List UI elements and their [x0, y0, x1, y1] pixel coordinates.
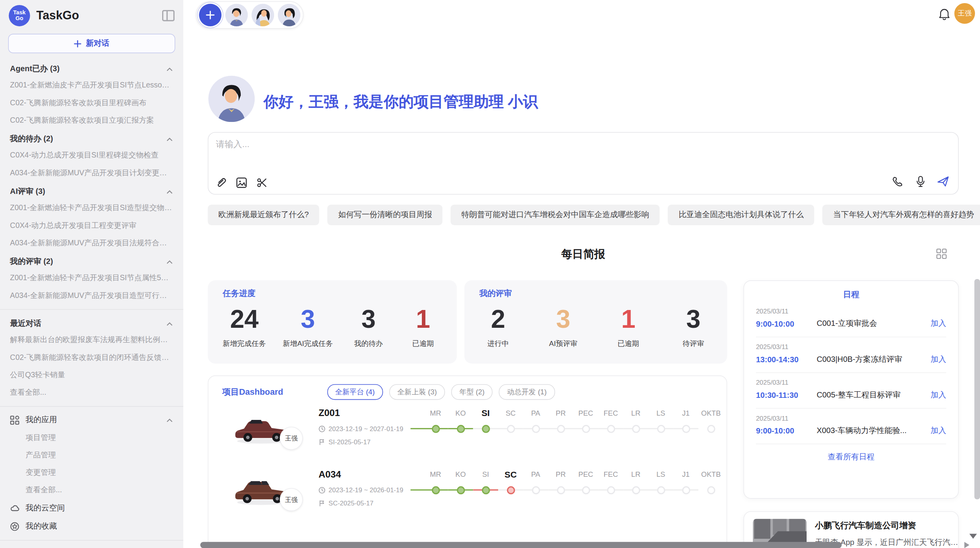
dashboard-tab[interactable]: 全新平台 (4) — [327, 384, 383, 400]
schedule-date: 2025/03/11 — [756, 343, 946, 350]
sidebar-item-cloud-space[interactable]: 我的云空间 — [0, 499, 183, 517]
sidebar-section-header[interactable]: Agent已办 (3) — [0, 60, 183, 77]
recent-conversation-item[interactable]: 公司Q3轻卡销量 — [0, 366, 183, 384]
sidebar-item[interactable]: Z001-全新燃油轻卡产品开发项目SI节点属性5D文件评审 — [0, 270, 183, 287]
stat-label: 进行中 — [480, 339, 517, 348]
project-flag-date: SC-2025-05-17 — [319, 499, 373, 507]
recent-section-header[interactable]: 最近对话 — [0, 314, 183, 332]
dashboard-tab[interactable]: 动总开发 (1) — [499, 384, 555, 400]
suggestion-chip[interactable]: 当下年轻人对汽车外观有怎样的喜好趋势 — [822, 205, 980, 225]
suggestion-chip[interactable]: 欧洲新规最近颁布了什么? — [208, 205, 320, 225]
sidebar-item-ai-super-staff[interactable]: AI超级员工 — [0, 545, 183, 548]
sidebar-section-header[interactable]: 我的评审 (2) — [0, 252, 183, 270]
vertical-scrollbar-thumb[interactable] — [974, 279, 980, 499]
sidebar-item-my-apps[interactable]: 我的应用 — [0, 411, 183, 429]
milestone-dot — [582, 486, 590, 494]
chevron-up-icon[interactable] — [166, 65, 173, 73]
stat-item: 1已逾期 — [404, 303, 442, 349]
schedule-join-link[interactable]: 加入 — [930, 319, 946, 329]
project-row: 王强Z0012023-12-19 ~ 2027-01-19SI-2025-05-… — [208, 400, 726, 461]
agent-avatar-2[interactable] — [252, 4, 274, 26]
milestone-dot — [532, 486, 540, 494]
collapse-panel-icon[interactable] — [162, 10, 175, 21]
briefing-layout-icon[interactable] — [936, 248, 947, 259]
recent-conversation-item[interactable]: 解释最新出台的欧盟报废车法规再生塑料比例被调至15%... — [0, 332, 183, 349]
sidebar-item[interactable]: C02-飞腾新能源轻客改款项目立项汇报方案 — [0, 112, 183, 129]
milestone-label: KO — [448, 406, 473, 420]
apps-grid-icon — [10, 416, 19, 425]
add-agent-button[interactable] — [199, 4, 221, 26]
schedule-join-link[interactable]: 加入 — [930, 390, 946, 400]
milestone-dot — [532, 425, 540, 433]
send-icon[interactable] — [937, 175, 949, 188]
section-title: Agent已办 (3) — [10, 64, 60, 74]
milestone-label: FEC — [598, 406, 624, 420]
milestone-label: LS — [648, 406, 673, 420]
schedule-date: 2025/03/11 — [756, 307, 946, 315]
sidebar-item[interactable]: A034-全新新能源MUV产品开发项目造型可行性评审 — [0, 287, 183, 305]
agent-avatar-1[interactable] — [225, 4, 248, 26]
view-all-apps-link[interactable]: 查看全部... — [0, 482, 183, 499]
phone-call-icon[interactable] — [892, 175, 904, 188]
dashboard-tab[interactable]: 全新上装 (3) — [389, 384, 445, 400]
suggestion-chip[interactable]: 比亚迪全固态电池计划具体说了什么 — [668, 205, 814, 225]
sidebar-section-header[interactable]: AI评审 (3) — [0, 182, 183, 200]
microphone-icon[interactable] — [914, 175, 927, 188]
scroll-right-arrow[interactable] — [965, 542, 970, 548]
favorites-label: 我的收藏 — [26, 521, 173, 532]
image-icon[interactable] — [235, 176, 248, 189]
milestone-label: PA — [523, 468, 548, 481]
chevron-up-icon[interactable] — [166, 135, 173, 143]
user-avatar[interactable]: 王强 — [954, 3, 975, 24]
chat-input[interactable] — [215, 138, 906, 170]
new-chat-button[interactable]: 新对话 — [8, 34, 175, 53]
chevron-up-icon[interactable] — [166, 320, 173, 327]
attachment-icon[interactable] — [215, 176, 227, 189]
schedule-title: 日程 — [744, 281, 958, 301]
sidebar-item[interactable]: C02-飞腾新能源轻客改款项目里程碑画布 — [0, 94, 183, 112]
scroll-down-arrow[interactable] — [970, 534, 977, 539]
milestone-timeline: MRKOSISCPAPRPECFECLRLSJ1OKTB — [411, 406, 723, 435]
stat-item: 3新增AI完成任务 — [283, 303, 333, 349]
schedule-time: 13:00-14:30 — [756, 355, 817, 364]
scissors-icon[interactable] — [256, 176, 268, 189]
milestone-dot — [632, 486, 640, 494]
app-item[interactable]: 产品管理 — [0, 447, 183, 464]
sidebar-item[interactable]: C0X4-动力总成开发项目SI里程碑提交物检查 — [0, 147, 183, 164]
app-item[interactable]: 变更管理 — [0, 464, 183, 482]
schedule-join-link[interactable]: 加入 — [930, 425, 946, 436]
sidebar-section-header[interactable]: 我的待办 (2) — [0, 130, 183, 147]
sidebar-item[interactable]: A034-全新新能源MUV产品开发项目计划变更表编写 — [0, 164, 183, 182]
sidebar-item[interactable]: C0X4-动力总成开发项目工程变更评审 — [0, 217, 183, 235]
sidebar-item-favorites[interactable]: 我的收藏 — [0, 517, 183, 536]
taskgo-logo: Task Go — [9, 5, 30, 26]
notification-bell-icon[interactable] — [939, 7, 950, 20]
milestone-label: KO — [448, 468, 473, 481]
stat-label: 已逾期 — [404, 339, 442, 348]
sidebar-item[interactable]: A034-全新新能源MUV产品开发项目法规符合性评审 — [0, 235, 183, 252]
app-item[interactable]: 项目管理 — [0, 429, 183, 447]
dashboard-tab[interactable]: 年型 (2) — [451, 384, 493, 400]
view-all-conversations-link[interactable]: 查看全部... — [0, 384, 183, 402]
milestone-label: SI — [473, 406, 498, 420]
milestone-label: FEC — [598, 468, 624, 481]
horizontal-scrollbar-thumb[interactable] — [200, 542, 841, 548]
chevron-up-icon[interactable] — [166, 188, 173, 195]
milestone-dot — [507, 486, 515, 494]
sidebar-item[interactable]: Z001-全新燃油轻卡产品开发项目SI造型提交物评审 — [0, 200, 183, 217]
milestone-label: J1 — [673, 406, 699, 420]
schedule-join-link[interactable]: 加入 — [930, 354, 946, 365]
agent-avatar-3[interactable] — [278, 4, 300, 26]
app-window: Task Go TaskGo 新对话 Agent已办 (3)Z001-全新燃油皮… — [0, 0, 980, 548]
timeline-segment — [411, 489, 423, 490]
recent-conversation-item[interactable]: C02-飞腾新能源轻客改款项目的闭环通告反馈情况 — [0, 349, 183, 366]
chevron-up-icon[interactable] — [166, 258, 173, 265]
suggestion-chip[interactable]: 如何写一份清晰的项目周报 — [327, 205, 443, 225]
milestone-label: PR — [548, 468, 573, 481]
suggestion-chip[interactable]: 特朗普可能对进口汽车增税会对中国车企造成哪些影响 — [451, 205, 660, 225]
sidebar-item[interactable]: Z001-全新燃油皮卡产品开发项目SI节点Lesson Learn报告 — [0, 77, 183, 94]
view-all-schedule-link[interactable]: 查看所有日程 — [744, 444, 958, 462]
chevron-up-icon[interactable] — [166, 416, 173, 424]
stat-item: 2进行中 — [480, 303, 517, 349]
flag-icon — [319, 438, 326, 445]
